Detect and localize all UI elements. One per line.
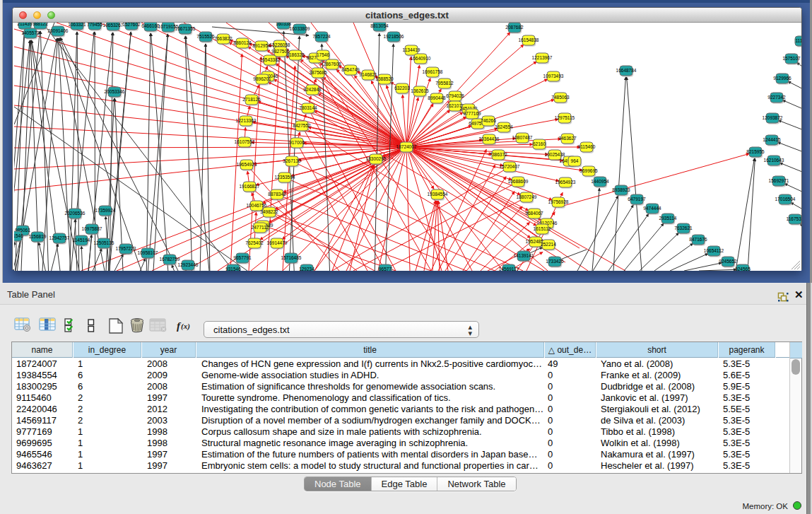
svg-text:252214: 252214	[541, 242, 556, 247]
svg-text:9129966: 9129966	[773, 76, 792, 81]
svg-text:7625402: 7625402	[245, 240, 264, 245]
svg-text:2087682: 2087682	[505, 25, 524, 30]
svg-text:14569117: 14569117	[499, 267, 519, 271]
svg-text:15716485: 15716485	[281, 255, 302, 260]
svg-text:(x): (x)	[181, 322, 190, 331]
svg-text:10688609: 10688609	[508, 179, 529, 184]
svg-text:779455: 779455	[87, 23, 102, 27]
svg-text:1134419: 1134419	[403, 47, 420, 52]
svg-text:10046756: 10046756	[247, 203, 267, 208]
svg-text:62160: 62160	[533, 141, 546, 146]
svg-text:18807249: 18807249	[517, 194, 537, 199]
svg-text:9227342: 9227342	[767, 95, 786, 100]
svg-text:211439: 211439	[17, 23, 33, 26]
svg-text:1440954: 1440954	[591, 179, 609, 184]
svg-text:10975887: 10975887	[82, 226, 102, 231]
svg-text:9242848: 9242848	[303, 87, 322, 92]
svg-text:9463627: 9463627	[558, 136, 577, 141]
svg-text:2935114: 2935114	[659, 216, 677, 221]
svg-text:16210643: 16210643	[764, 158, 784, 163]
svg-text:964: 964	[571, 158, 579, 163]
svg-text:7515526: 7515526	[196, 34, 215, 39]
svg-text:16914479: 16914479	[267, 240, 288, 245]
svg-text:12093872: 12093872	[763, 115, 783, 120]
svg-text:16107552: 16107552	[235, 139, 255, 144]
svg-text:19654923: 19654923	[237, 162, 257, 167]
svg-text:8878342: 8878342	[268, 192, 286, 197]
svg-text:7386372: 7386372	[489, 152, 507, 157]
svg-text:16640910: 16640910	[411, 56, 431, 61]
svg-text:9777169: 9777169	[463, 111, 481, 116]
svg-text:1167533: 1167533	[787, 216, 801, 221]
svg-text:9474444: 9474444	[643, 206, 661, 211]
svg-text:10653267: 10653267	[103, 23, 124, 28]
svg-text:3498222: 3498222	[260, 209, 278, 214]
svg-text:16543382: 16543382	[260, 57, 281, 62]
svg-text:924565: 924565	[735, 267, 751, 271]
svg-text:8912954: 8912954	[252, 43, 271, 48]
svg-text:7955812: 7955812	[435, 81, 454, 86]
svg-text:8186328: 8186328	[286, 52, 305, 57]
svg-text:12975115: 12975115	[555, 115, 575, 120]
svg-text:20206536: 20206536	[65, 211, 86, 216]
svg-text:7485063: 7485063	[551, 95, 570, 100]
svg-text:6479197: 6479197	[628, 197, 646, 201]
svg-text:12213967: 12213967	[532, 55, 553, 60]
svg-text:17359924: 17359924	[95, 208, 116, 213]
svg-text:17957223: 17957223	[116, 246, 136, 251]
svg-text:746266: 746266	[481, 118, 496, 123]
svg-text:3267130: 3267130	[283, 158, 301, 163]
svg-text:15720407: 15720407	[500, 164, 520, 169]
svg-text:16033809: 16033809	[290, 26, 310, 31]
svg-text:16671355: 16671355	[175, 26, 196, 31]
svg-text:96577: 96577	[379, 267, 392, 271]
svg-text:8860124: 8860124	[233, 40, 252, 45]
svg-text:1615112: 1615112	[534, 226, 551, 231]
svg-text:9699695: 9699695	[579, 168, 598, 173]
svg-text:1156819: 1156819	[29, 234, 47, 239]
svg-text:2477112: 2477112	[252, 225, 269, 230]
svg-text:12213363: 12213363	[236, 118, 257, 123]
svg-text:11125: 11125	[795, 38, 801, 43]
svg-text:15692971: 15692971	[769, 178, 789, 183]
svg-text:9146821: 9146821	[359, 72, 377, 77]
svg-text:7857224: 7857224	[312, 34, 331, 39]
svg-text:12942757: 12942757	[49, 235, 70, 240]
svg-text:2867608: 2867608	[323, 62, 341, 66]
svg-text:19166827: 19166827	[240, 184, 260, 189]
svg-text:8813054: 8813054	[370, 23, 389, 28]
svg-text:9896201: 9896201	[253, 76, 271, 81]
svg-text:16961758: 16961758	[423, 69, 443, 74]
svg-text:20091406: 20091406	[48, 28, 69, 33]
svg-text:632203: 632203	[394, 86, 410, 90]
svg-text:129234: 129234	[299, 267, 314, 271]
svg-text:9245652: 9245652	[719, 259, 737, 264]
svg-text:20053346: 20053346	[105, 89, 125, 94]
svg-text:19654923: 19654923	[555, 180, 576, 185]
svg-text:9657791: 9657791	[233, 255, 252, 260]
svg-text:16648784: 16648784	[616, 68, 637, 73]
svg-text:18300295: 18300295	[366, 156, 387, 161]
svg-text:12353594: 12353594	[275, 175, 295, 180]
svg-text:19218506: 19218506	[384, 34, 404, 39]
svg-text:10025438: 10025438	[545, 152, 565, 157]
svg-text:1575107: 1575107	[782, 56, 801, 61]
svg-text:1405572: 1405572	[21, 30, 40, 35]
svg-text:14139141: 14139141	[514, 253, 534, 258]
svg-text:2718126: 2718126	[242, 97, 261, 102]
svg-text:10807487: 10807487	[512, 135, 533, 140]
svg-text:18724007: 18724007	[396, 144, 417, 149]
svg-text:931546: 931546	[225, 267, 241, 271]
svg-text:19384554: 19384554	[428, 192, 448, 197]
svg-text:10654112: 10654112	[704, 248, 724, 253]
svg-text:3875685: 3875685	[309, 70, 327, 75]
svg-text:1244415: 1244415	[763, 137, 781, 142]
svg-text:17546: 17546	[317, 52, 329, 57]
svg-text:1733426: 1733426	[546, 259, 564, 264]
svg-text:19756928: 19756928	[548, 199, 569, 204]
svg-text:988122: 988122	[33, 23, 48, 26]
svg-text:10958107: 10958107	[138, 250, 158, 255]
svg-text:8427552: 8427552	[293, 123, 311, 128]
svg-text:10973493: 10973493	[543, 74, 564, 78]
svg-text:7632621: 7632621	[674, 226, 693, 230]
